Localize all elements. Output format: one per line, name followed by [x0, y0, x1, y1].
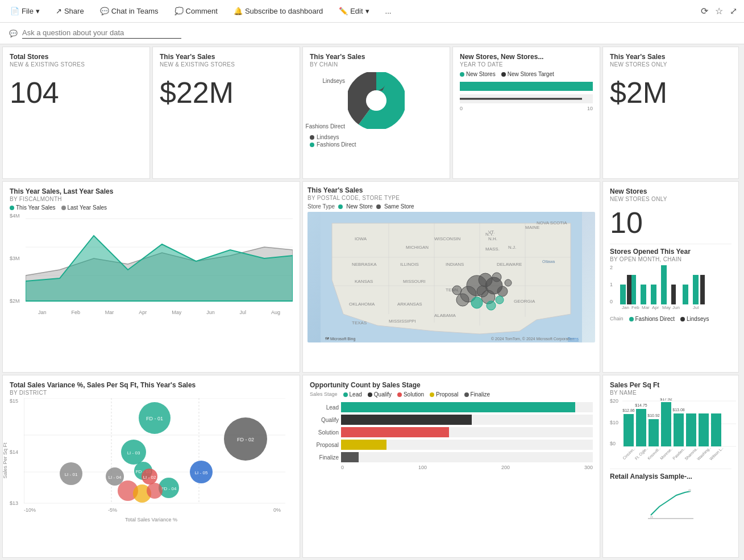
ty-sales-chain-subtitle: BY CHAIN [310, 61, 443, 68]
svg-text:DELAWARE: DELAWARE [497, 262, 522, 267]
refresh-icon[interactable]: ⟳ [701, 6, 708, 16]
map-subtitle: BY POSTAL CODE, STORE TYPE [307, 195, 595, 201]
new-store-dot [338, 204, 343, 209]
svg-text:LI - 05: LI - 05 [195, 470, 208, 475]
ty-sales-chain-title: This Year's Sales [310, 53, 443, 61]
chain-label: Chain [610, 316, 624, 322]
ty-sales-new-only-subtitle: NEW STORES ONLY [610, 61, 731, 68]
qa-bar: 💬 [0, 23, 744, 44]
ty-legend-label: This Year Sales [16, 204, 56, 211]
svg-rect-60 [641, 285, 646, 304]
edit-button[interactable]: ✏️ Edit ▾ [335, 5, 372, 18]
svg-rect-116 [661, 402, 671, 446]
same-store-legend: Same Store [384, 203, 414, 210]
svg-rect-120 [686, 413, 696, 446]
svg-text:Ottawa: Ottawa [542, 260, 555, 264]
lead-track [341, 402, 593, 412]
qualify-legend: Qualify [368, 391, 392, 398]
qa-input[interactable] [22, 28, 181, 37]
svg-text:MICHIGAN: MICHIGAN [406, 245, 429, 250]
new-stores-target-legend-item: New Stores Target [501, 71, 554, 77]
fullscreen-icon[interactable]: ⤢ [730, 6, 737, 16]
new-stores-count-title: New Stores [610, 187, 731, 195]
scatter-container: $15 $14 $13 Sales Per Sq Ft FD - [10, 398, 293, 523]
target-bar-row [460, 94, 593, 103]
x-axis-labels: Jan Feb Mar Apr May Jun Jul Aug [26, 310, 293, 315]
solution-bar-row: Solution [310, 427, 593, 437]
ytd-axis-0: 0 [460, 106, 463, 111]
svg-text:OKLAHOMA: OKLAHOMA [349, 302, 375, 307]
svg-text:$17.92: $17.92 [660, 398, 672, 401]
svg-text:VT.: VT. [488, 229, 495, 235]
qa-input-container[interactable] [22, 28, 181, 39]
subscribe-icon: 🔔 [234, 7, 243, 15]
new-stores-count-card: New Stores NEW STORES ONLY 10 Stores Ope… [602, 181, 739, 373]
svg-text:$12.86: $12.86 [622, 408, 635, 412]
svg-rect-65 [627, 275, 631, 304]
more-options-button[interactable]: ... [382, 5, 395, 18]
svg-text:FD - 04: FD - 04 [161, 486, 177, 491]
chat-in-teams-button[interactable]: 💬 Chat in Teams [97, 5, 162, 18]
opportunity-card: Opportunity Count by Sales Stage Sales S… [302, 375, 600, 558]
sales-sqft-title: Sales Per Sq Ft [610, 381, 731, 389]
ty-sales-chain-card: This Year's Sales BY CHAIN Lindseys Fash… [302, 47, 450, 179]
svg-text:NOVA SCOTIA: NOVA SCOTIA [537, 220, 567, 225]
svg-rect-133 [689, 490, 691, 491]
proposal-fill [341, 440, 386, 450]
ty-sales-new-only-card: This Year's Sales NEW STORES ONLY $2M [602, 47, 739, 179]
qa-icon: 💬 [9, 30, 18, 37]
more-icon: ... [385, 7, 392, 15]
total-stores-subtitle: NEW & EXISTING STORES [10, 61, 143, 68]
svg-text:Mar: Mar [642, 305, 650, 310]
ty-sales-card: This Year's Sales NEW & EXISTING STORES … [152, 47, 300, 179]
lindseys-dot [310, 135, 314, 140]
qualify-dot [368, 392, 372, 397]
svg-text:May: May [662, 305, 671, 310]
subscribe-button[interactable]: 🔔 Subscribe to dashboard [230, 5, 326, 18]
svg-rect-63 [683, 285, 688, 304]
total-stores-card: Total Stores NEW & EXISTING STORES 104 [2, 47, 150, 179]
proposal-label: Proposal [436, 391, 458, 398]
top-navigation-bar: 📄 File ▾ ↗ Share 💬 Chat in Teams 💭 Comme… [0, 0, 744, 23]
total-stores-value: 104 [10, 77, 143, 109]
svg-text:FD - 01: FD - 01 [146, 416, 163, 421]
variance-scatter-card: Total Sales Variance %, Sales Per Sq Ft,… [2, 375, 300, 558]
sales-sqft-card: Sales Per Sq Ft BY NAME $20 $10 $0 $12.8… [602, 375, 739, 558]
ly-legend-label: Last Year Sales [68, 204, 107, 211]
svg-text:MASS.: MASS. [485, 246, 500, 252]
file-menu[interactable]: 📄 File ▾ [7, 5, 43, 18]
y-axis-labels: $4M $3M $2M [10, 213, 20, 304]
y-mid: $3M [10, 256, 20, 261]
edit-chevron: ▾ [365, 7, 369, 15]
svg-text:$13.08: $13.08 [672, 408, 685, 412]
ty-legend-item: This Year Sales [10, 204, 56, 211]
svg-point-103 [147, 483, 163, 499]
scatter-svg: FD - 01 FD - 02 FD - 03 FD - 04 LI - 01 … [24, 398, 285, 517]
retail-analysis-thumbnail [610, 481, 731, 526]
comment-button[interactable]: 💭 Comment [171, 5, 221, 18]
bookmark-icon[interactable]: ☆ [715, 6, 723, 16]
svg-rect-62 [661, 265, 667, 304]
map-svg: IOWA NEBRASKA KANSAS OKLAHOMA TEXAS MICH… [307, 212, 595, 342]
file-chevron: ▾ [36, 7, 40, 15]
opportunity-title: Opportunity Count by Sales Stage [310, 381, 593, 389]
finalize-bar-row: Finalize [310, 452, 593, 462]
new-stores-kpi: 10 [610, 207, 731, 239]
ly-dot [61, 206, 66, 210]
finalize-legend: Finalize [464, 391, 490, 398]
sqft-svg: $12.86 $14.75 $10.92 $17.92 $13.08 [622, 398, 736, 461]
pie-labels: Lindseys Fashions Direct [348, 72, 405, 131]
lindseys-label: Lindseys [323, 78, 345, 84]
svg-text:Apr: Apr [652, 305, 659, 310]
svg-text:TEXAS: TEXAS [352, 320, 367, 325]
share-button[interactable]: ↗ Share [52, 5, 88, 18]
stores-opened-subtitle: BY OPEN MONTH, CHAIN [610, 256, 731, 262]
ty-sales-map-card: This Year's Sales BY POSTAL CODE, STORE … [302, 181, 600, 373]
y-13: $13 [10, 500, 18, 506]
x-may: May [172, 310, 181, 315]
svg-text:LI - 01: LI - 01 [65, 472, 78, 477]
ty-sales-subtitle: NEW & EXISTING STORES [160, 61, 293, 68]
svg-rect-110 [624, 414, 634, 446]
qualify-bar-row: Qualify [310, 415, 593, 425]
svg-text:LI - 02: LI - 02 [143, 475, 156, 480]
